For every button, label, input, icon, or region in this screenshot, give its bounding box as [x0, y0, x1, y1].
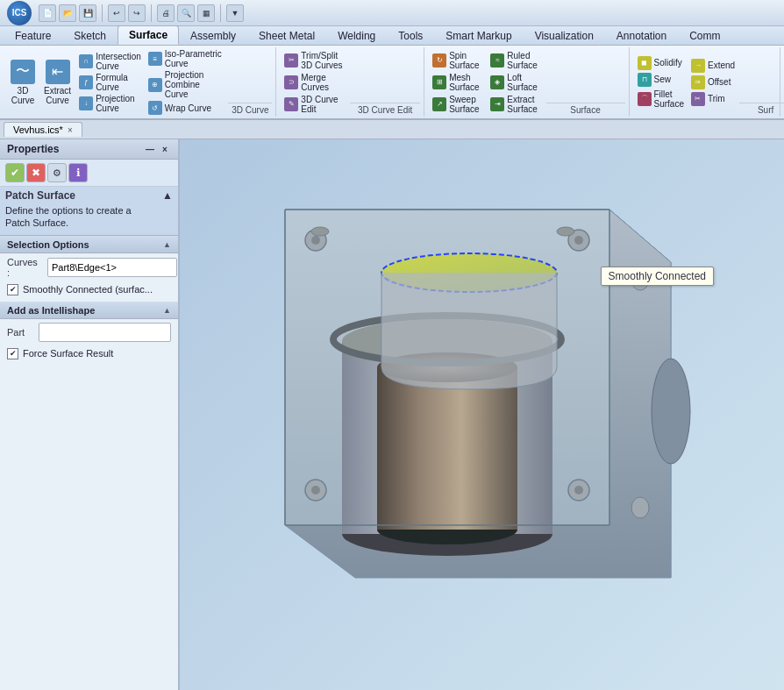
- formula-curve-icon: ƒ: [79, 75, 93, 89]
- proj-combine-curve-button[interactable]: ⊕ Projection Combine Curve: [146, 69, 227, 100]
- 3d-curve-label: 3D: [18, 86, 29, 96]
- 3dcurve-group-label: 3D Curve: [228, 103, 272, 115]
- zoom-button[interactable]: 🔍: [177, 4, 195, 22]
- open-button[interactable]: 📂: [59, 4, 76, 22]
- doc-tab-vevhus[interactable]: Vevhus.ics* ×: [4, 122, 82, 137]
- tab-sketch[interactable]: Sketch: [62, 26, 118, 45]
- side-cylinder: [652, 359, 690, 464]
- info-button[interactable]: ℹ: [68, 163, 88, 182]
- render-button[interactable]: ▦: [197, 4, 215, 22]
- tab-surface[interactable]: Surface: [118, 25, 179, 45]
- surftools-items-right: → Extend ⇒ Offset ✂ Trim: [688, 49, 738, 115]
- close-button[interactable]: ×: [159, 143, 171, 155]
- tab-sheetmetal[interactable]: Sheet Metal: [247, 26, 326, 45]
- iso-param-curve-button[interactable]: ≡ Iso-Parametric Curve: [146, 48, 227, 69]
- sew-label: Sew: [654, 75, 671, 84]
- tab-annotation[interactable]: Annotation: [605, 26, 678, 45]
- extract-surface-icon: ⇥: [490, 97, 504, 111]
- proj-combine-icon: ⊕: [148, 78, 162, 92]
- extract-curve-label: Extract: [44, 86, 71, 96]
- new-button[interactable]: 📄: [39, 4, 56, 22]
- sweep-surface-button[interactable]: ↗ Sweep Surface: [430, 94, 486, 115]
- surftools-group-label: Surf: [739, 103, 784, 115]
- projection-curve-icon: ↓: [79, 96, 93, 110]
- merge-curves-button[interactable]: ⊃ Merge Curves: [282, 72, 348, 93]
- cancel-button[interactable]: ✖: [26, 163, 46, 182]
- 3d-curve-edit-button[interactable]: ✎ 3D Curve Edit: [282, 94, 348, 115]
- toolbar-icons: 📄 📂 💾 ↩ ↪ 🖨 🔍 ▦ ▼: [39, 4, 244, 22]
- action-buttons: ✔ ✖ ⚙ ℹ: [0, 160, 178, 187]
- surftools-items-left: ◼ Solidify ⊓ Sew ⌒ Fillet Surface: [635, 49, 687, 115]
- offset-label: Offset: [708, 77, 731, 87]
- intellishape-arrow: ▲: [163, 306, 171, 315]
- offset-button[interactable]: ⇒ Offset: [688, 75, 738, 90]
- save-button[interactable]: 💾: [79, 4, 96, 22]
- 3dcurveedit-items: ✂ Trim/Split 3D Curves ⊃ Merge Curves ✎ …: [282, 49, 348, 115]
- extract-surface-button[interactable]: ⇥ Extract Surface: [488, 94, 544, 115]
- tab-tools[interactable]: Tools: [387, 26, 434, 45]
- separator3: [220, 4, 221, 22]
- 3d-curve-edit-icon: ✎: [284, 97, 298, 111]
- part-input[interactable]: [39, 323, 171, 342]
- sew-button[interactable]: ⊓ Sew: [635, 72, 687, 88]
- 3d-curve-button[interactable]: 〜 3D Curve: [7, 49, 39, 115]
- projection-curve-button[interactable]: ↓ Projection Curve: [76, 93, 144, 114]
- trim-icon: ✂: [691, 92, 705, 106]
- tab-welding[interactable]: Welding: [326, 26, 387, 45]
- solidify-icon: ◼: [638, 56, 652, 70]
- undo-button[interactable]: ↩: [108, 4, 125, 22]
- trim-button[interactable]: ✂ Trim: [688, 91, 738, 107]
- spin-surface-button[interactable]: ↻ Spin Surface: [430, 50, 486, 71]
- force-surface-checkbox[interactable]: ✔: [7, 348, 18, 359]
- formula-curve-label: Formula Curve: [96, 73, 141, 92]
- doc-tab-close[interactable]: ×: [68, 125, 73, 135]
- formula-curve-button[interactable]: ƒ Formula Curve: [76, 72, 144, 93]
- smoothly-checkbox-box[interactable]: ✔: [7, 284, 18, 295]
- tab-visualization[interactable]: Visualization: [524, 26, 605, 45]
- bolt-br-head: [574, 486, 583, 494]
- app-logo: ICS: [7, 1, 32, 25]
- merge-curves-icon: ⊃: [284, 75, 298, 89]
- curves-row: Curves :: [0, 253, 178, 281]
- bolt-top-1: [311, 227, 329, 236]
- selection-options-arrow: ▲: [163, 240, 171, 249]
- doc-tabs: Vevhus.ics* ×: [0, 120, 784, 139]
- 3d-curve-icon: 〜: [11, 60, 35, 84]
- trim-split-button[interactable]: ✂ Trim/Split 3D Curves: [282, 50, 348, 71]
- smoothly-checkbox-row: ✔ Smoothly Connected (surfac...: [0, 281, 178, 298]
- intellishape-section: Add as Intellishape ▲ Part ✔ Force Surfa…: [0, 302, 178, 362]
- ruled-surface-button[interactable]: ≈ Ruled Surface: [488, 50, 544, 71]
- redo-button[interactable]: ↪: [128, 4, 146, 22]
- extend-icon: →: [691, 59, 705, 73]
- loft-surface-button[interactable]: ◈ Loft Surface: [488, 72, 544, 93]
- intersection-curve-button[interactable]: ∩ Intersection Curve: [76, 51, 144, 72]
- 3dcurve-small-items2: ≡ Iso-Parametric Curve ⊕ Projection Comb…: [146, 49, 227, 115]
- offset-icon: ⇒: [691, 75, 705, 89]
- tab-feature[interactable]: Feature: [4, 26, 62, 45]
- wrap-curve-button[interactable]: ↺ Wrap Curve: [146, 100, 227, 116]
- extract-curve-label2: Curve: [46, 96, 69, 105]
- extra-button[interactable]: ▼: [226, 4, 244, 22]
- sweep-surface-icon: ↗: [432, 97, 446, 111]
- selection-options-header[interactable]: Selection Options ▲: [0, 236, 178, 253]
- confirm-button[interactable]: ✔: [5, 163, 25, 182]
- properties-header: Properties — ×: [0, 139, 178, 160]
- fillet-surface-button[interactable]: ⌒ Fillet Surface: [635, 89, 687, 110]
- tab-smartmarkup[interactable]: Smart Markup: [434, 26, 523, 45]
- mesh-surface-button[interactable]: ⊞ Mesh Surface: [430, 72, 486, 93]
- print-button[interactable]: 🖨: [157, 4, 175, 22]
- extract-curve-button[interactable]: ⇤ Extract Curve: [40, 49, 75, 115]
- bolt-bl-head: [311, 486, 320, 494]
- ruled-surface-label: Ruled Surface: [507, 51, 541, 70]
- tab-comm[interactable]: Comm: [678, 26, 731, 45]
- pin-button[interactable]: —: [144, 143, 156, 155]
- tab-assembly[interactable]: Assembly: [179, 26, 247, 45]
- options-button[interactable]: ⚙: [47, 163, 67, 182]
- selection-section: Selection Options ▲ Curves : ✔ Smoothly …: [0, 236, 178, 298]
- viewport: Smoothly Connected: [180, 139, 784, 690]
- extend-button[interactable]: → Extend: [688, 58, 738, 74]
- trim-split-icon: ✂: [284, 53, 298, 68]
- intellishape-header[interactable]: Add as Intellishape ▲: [0, 302, 178, 319]
- curves-input[interactable]: [47, 258, 177, 277]
- solidify-button[interactable]: ◼ Solidify: [635, 55, 687, 71]
